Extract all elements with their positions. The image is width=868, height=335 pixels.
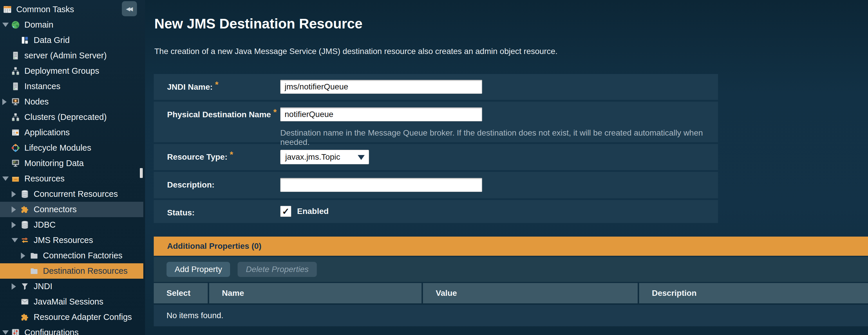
sidebar-scrollbar-thumb[interactable] — [140, 168, 143, 178]
tree-item-label: Clusters (Deprecated) — [24, 112, 107, 122]
tree-collapsed-arrow-icon[interactable] — [21, 252, 25, 259]
tree-item-deployment-groups[interactable]: Deployment Groups — [0, 63, 143, 79]
funnel-icon — [20, 282, 29, 291]
node-group-icon — [11, 113, 20, 122]
main-content: New JMS Destination Resource The creatio… — [145, 0, 868, 335]
tree-expanded-arrow-icon[interactable] — [2, 23, 9, 27]
additional-properties-toolbar: Add Property Delete Properties — [154, 257, 868, 282]
physical-destination-name-input[interactable] — [280, 108, 482, 121]
form-row-description: Description: — [154, 172, 718, 198]
jndi-name-label: JNDI Name:* — [167, 80, 280, 94]
delete-properties-button[interactable]: Delete Properties — [238, 262, 316, 277]
tree-item-lifecycle-modules[interactable]: Lifecycle Modules — [0, 140, 143, 156]
collapse-chevrons-icon: ◀◀ — [126, 5, 131, 12]
tree-item-label: Concurrent Resources — [34, 189, 118, 199]
additional-properties-header: Additional Properties (0) — [154, 237, 868, 256]
tree-collapsed-arrow-icon[interactable] — [11, 222, 16, 228]
add-property-button[interactable]: Add Property — [166, 262, 230, 277]
tree-item-jndi[interactable]: JNDI — [0, 279, 143, 294]
checkmark-icon: ✓ — [282, 206, 289, 217]
tree-item-label: JDBC — [34, 220, 56, 230]
tree-collapsed-arrow-icon[interactable] — [2, 99, 7, 105]
node-group-icon — [11, 66, 20, 75]
tree: Common TasksDomainData Gridserver (Admin… — [0, 0, 145, 335]
required-asterisk-icon: * — [215, 80, 218, 89]
globe-icon — [11, 20, 20, 29]
tree-item-label: Domain — [24, 20, 53, 30]
folder-icon — [30, 251, 39, 260]
tree-item-javamail-sessions[interactable]: JavaMail Sessions — [0, 294, 143, 309]
tree-collapsed-arrow-icon[interactable] — [11, 206, 16, 213]
column-header-name: Name — [209, 283, 422, 303]
jms-destination-form: JNDI Name:* Physical Destination Name* D… — [154, 74, 718, 223]
resource-type-label: Resource Type:* — [167, 150, 280, 164]
tree-item-monitoring-data[interactable]: Monitoring Data — [0, 156, 143, 171]
tree-item-label: Configurations — [24, 328, 79, 335]
folder-icon — [30, 267, 39, 275]
tree-item-connectors[interactable]: Connectors — [0, 202, 143, 217]
tree-item-label: server (Admin Server) — [24, 51, 107, 60]
sidebar-navigation-tree: Common TasksDomainData Gridserver (Admin… — [0, 0, 145, 335]
tree-item-label: Connection Factories — [43, 251, 122, 261]
server-icon — [11, 51, 20, 60]
dropdown-arrow-icon — [358, 155, 365, 160]
tree-item-label: Connectors — [34, 205, 76, 214]
tree-item-label: Resource Adapter Configs — [34, 312, 132, 322]
page-title: New JMS Destination Resource — [154, 16, 868, 32]
monitor-data-icon — [11, 159, 20, 168]
tree-item-connection-factories[interactable]: Connection Factories — [0, 248, 143, 263]
tree-item-label: Monitoring Data — [24, 158, 84, 168]
tree-expanded-arrow-icon[interactable] — [2, 330, 9, 335]
physical-destination-name-help: Destination name in the Message Queue br… — [280, 128, 718, 147]
jndi-name-input[interactable] — [280, 80, 482, 94]
description-input[interactable] — [280, 178, 482, 192]
resource-type-select[interactable]: javax.jms.Topic — [280, 150, 369, 164]
sidebar-collapse-button[interactable]: ◀◀ — [122, 1, 137, 16]
sliders-icon — [11, 328, 20, 335]
tree-item-label: Data Grid — [34, 35, 70, 45]
tree-item-label: Deployment Groups — [24, 66, 99, 76]
status-enabled-label: Enabled — [297, 207, 329, 216]
tree-item-label: Lifecycle Modules — [24, 143, 91, 153]
properties-table-empty-row: No items found. — [154, 305, 868, 326]
tree-expanded-arrow-icon[interactable] — [2, 177, 9, 181]
tree-collapsed-arrow-icon[interactable] — [11, 191, 16, 197]
tree-item-server-admin-server[interactable]: server (Admin Server) — [0, 48, 143, 63]
page-description: The creation of a new Java Message Servi… — [154, 47, 868, 56]
tasks-grid-icon — [3, 5, 12, 14]
physical-destination-name-label: Physical Destination Name* — [167, 108, 280, 122]
tree-item-resource-adapter-configs[interactable]: Resource Adapter Configs — [0, 309, 143, 325]
tree-item-jdbc[interactable]: JDBC — [0, 217, 143, 233]
puzzle-icon — [20, 205, 29, 214]
server-icon — [11, 82, 20, 91]
required-asterisk-icon: * — [230, 150, 233, 159]
status-label: Status: — [167, 206, 280, 220]
puzzle-icon — [20, 313, 29, 322]
tree-item-nodes[interactable]: Nodes — [0, 94, 143, 110]
tree-item-label: Instances — [24, 82, 60, 91]
status-enabled-checkbox[interactable]: ✓ — [280, 206, 291, 217]
tree-item-label: JNDI — [34, 282, 52, 291]
form-row-status: Status: ✓ Enabled — [154, 200, 718, 223]
tree-item-label: JavaMail Sessions — [34, 297, 103, 307]
tree-item-applications[interactable]: Applications — [0, 125, 143, 140]
tree-collapsed-arrow-icon[interactable] — [11, 283, 16, 290]
tree-item-domain[interactable]: Domain — [0, 17, 143, 32]
tree-item-resources[interactable]: Resources — [0, 171, 143, 186]
tree-item-destination-resources[interactable]: Destination Resources — [0, 263, 143, 279]
tree-item-instances[interactable]: Instances — [0, 79, 143, 94]
tree-item-concurrent-resources[interactable]: Concurrent Resources — [0, 186, 143, 202]
tree-item-configurations[interactable]: Configurations — [0, 325, 143, 335]
required-asterisk-icon: * — [273, 107, 277, 117]
properties-table-header: SelectNameValueDescription — [154, 283, 868, 303]
description-label: Description: — [167, 178, 280, 192]
column-header-description: Description — [639, 283, 868, 303]
tree-item-data-grid[interactable]: Data Grid — [0, 32, 143, 48]
tree-item-label: Applications — [24, 128, 70, 137]
tree-item-clusters-deprecated[interactable]: Clusters (Deprecated) — [0, 110, 143, 125]
resource-box-icon — [11, 174, 20, 183]
tree-item-label: JMS Resources — [34, 236, 93, 245]
tree-item-label: Common Tasks — [16, 5, 74, 14]
tree-expanded-arrow-icon[interactable] — [11, 238, 18, 242]
tree-item-jms-resources[interactable]: JMS Resources — [0, 233, 143, 248]
